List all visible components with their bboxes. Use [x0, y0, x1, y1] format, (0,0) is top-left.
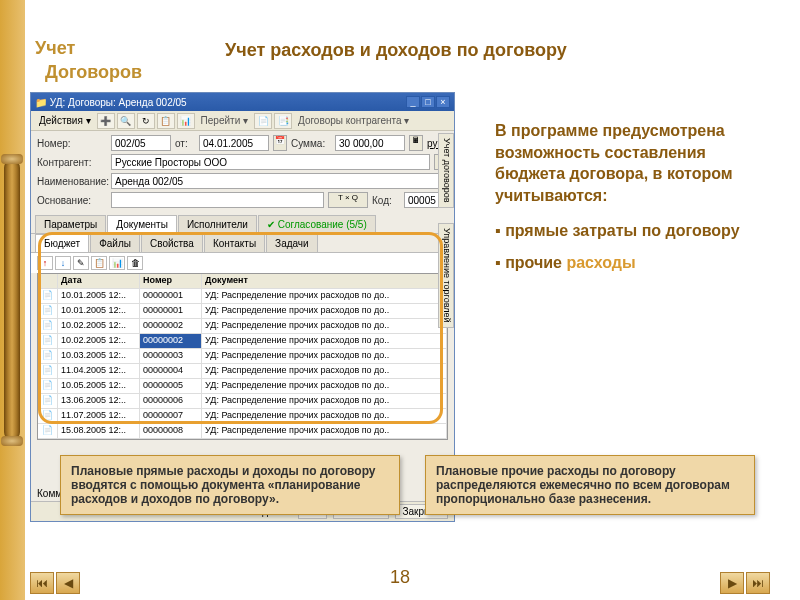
toolbar-btn[interactable]: 📋 — [157, 113, 175, 129]
basis-btns[interactable]: T × Q — [328, 192, 368, 208]
date-field[interactable]: 04.01.2005 — [199, 135, 269, 151]
prev-slide-button[interactable]: ◀ — [56, 572, 80, 594]
toolbar-btn[interactable]: 📄 — [254, 113, 272, 129]
tab-documents[interactable]: Документы — [107, 215, 177, 233]
toolbar-btn[interactable]: ➕ — [97, 113, 115, 129]
intro-para: В программе предусмотрена возможность со… — [495, 120, 775, 206]
code-label: Код: — [372, 195, 400, 206]
side-title-1: Учет — [35, 38, 75, 59]
window-controls[interactable]: _□× — [405, 96, 450, 108]
last-slide-button[interactable]: ⏭ — [746, 572, 770, 594]
number-field[interactable]: 002/05 — [111, 135, 171, 151]
date-picker-icon[interactable]: 📅 — [273, 135, 287, 151]
highlight-annotation — [38, 232, 443, 424]
calc-icon[interactable]: 🖩 — [409, 135, 423, 151]
contractor-label: Контрагент: — [37, 157, 107, 168]
name-field[interactable]: Аренда 002/05 — [111, 173, 448, 189]
close-icon[interactable]: × — [436, 96, 450, 108]
tab-params[interactable]: Параметры — [35, 215, 106, 233]
nav-right: ▶ ⏭ — [720, 572, 770, 594]
tab-performers[interactable]: Исполнители — [178, 215, 257, 233]
toolbar-btn[interactable]: 📊 — [177, 113, 195, 129]
toolbar-btn[interactable]: 📑 — [274, 113, 292, 129]
basis-label: Основание: — [37, 195, 107, 206]
first-slide-button[interactable]: ⏮ — [30, 572, 54, 594]
main-title: Учет расходов и доходов по договору — [225, 40, 567, 61]
contractor-menu[interactable]: Договоры контрагента ▾ — [294, 115, 413, 126]
sum-label: Сумма: — [291, 138, 331, 149]
form-header: Номер: 002/05 от: 04.01.2005 📅 Сумма: 30… — [31, 131, 454, 215]
maximize-icon[interactable]: □ — [421, 96, 435, 108]
titlebar: 📁 УД: Договоры: Аренда 002/05 _□× — [31, 93, 454, 111]
callout-right: Плановые прочие расходы по договору расп… — [425, 455, 755, 515]
page-number: 18 — [0, 567, 800, 588]
name-label: Наименование: — [37, 176, 107, 187]
contractor-field[interactable]: Русские Просторы ООО — [111, 154, 430, 170]
actions-menu[interactable]: Действия ▾ — [35, 115, 95, 126]
number-label: Номер: — [37, 138, 107, 149]
ornament-handle — [4, 160, 20, 440]
next-slide-button[interactable]: ▶ — [720, 572, 744, 594]
vtab-accounting[interactable]: Учет договоров — [438, 133, 454, 208]
window-title: УД: Договоры: Аренда 002/05 — [50, 97, 187, 108]
toolbar-btn[interactable]: ↻ — [137, 113, 155, 129]
basis-field[interactable] — [111, 192, 324, 208]
callout-left: Плановые прямые расходы и доходы по дого… — [60, 455, 400, 515]
table-row[interactable]: 📄15.08.2005 12:..00000008УД: Распределен… — [38, 424, 447, 439]
body-text: В программе предусмотрена возможность со… — [495, 120, 775, 284]
toolbar-btn[interactable]: 🔍 — [117, 113, 135, 129]
side-title-2: Договоров — [45, 62, 142, 83]
tab-approval[interactable]: ✔ Согласование (5/5) — [258, 215, 376, 233]
from-label: от: — [175, 138, 195, 149]
sum-field[interactable]: 30 000,00 — [335, 135, 405, 151]
nav-left: ⏮ ◀ — [30, 572, 80, 594]
minimize-icon[interactable]: _ — [406, 96, 420, 108]
goto-menu[interactable]: Перейти ▾ — [197, 115, 252, 126]
bullet-direct: прямые затраты по договору — [495, 220, 775, 242]
bullet-other: прочие расходы — [495, 252, 775, 274]
toolbar: Действия ▾ ➕ 🔍 ↻ 📋 📊 Перейти ▾ 📄 📑 Догов… — [31, 111, 454, 131]
